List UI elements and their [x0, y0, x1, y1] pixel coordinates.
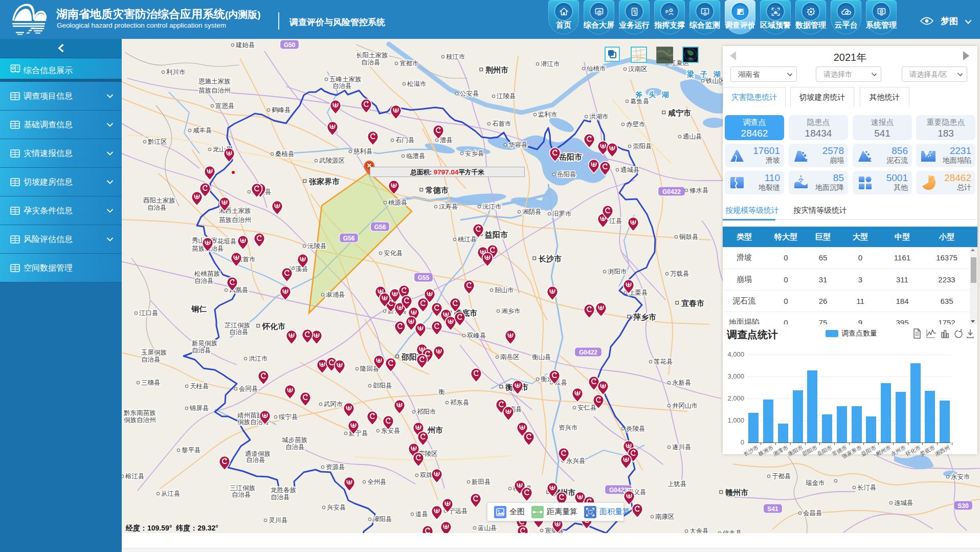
svg-text:G0422: G0422	[579, 349, 597, 356]
svg-text:灌阳县: 灌阳县	[373, 516, 392, 523]
svg-text:潜江市: 潜江市	[541, 60, 560, 68]
svg-text:溆浦县: 溆浦县	[325, 291, 345, 298]
svg-text:万载县: 万载县	[670, 270, 689, 277]
svg-text:玉屏侗族: 玉屏侗族	[141, 349, 167, 356]
svg-text:井冈山市: 井冈山市	[672, 402, 698, 409]
svg-text:石首市: 石首市	[492, 120, 511, 127]
svg-text:荆州市: 荆州市	[485, 65, 508, 74]
svg-text:安乡县: 安乡县	[465, 150, 484, 157]
svg-text:自治县: 自治县	[229, 328, 249, 336]
svg-text:桃江县: 桃江县	[458, 236, 477, 243]
svg-text:恩施土家族: 恩施土家族	[198, 78, 231, 85]
svg-text:永新县: 永新县	[672, 379, 692, 386]
svg-text:自治县: 自治县	[246, 456, 265, 463]
svg-text:自治县: 自治县	[271, 494, 290, 501]
svg-text:临澧县: 临澧县	[406, 152, 426, 160]
svg-text:黎平县: 黎平县	[182, 447, 201, 454]
svg-text:连城县: 连城县	[894, 499, 914, 506]
svg-text:汉南区: 汉南区	[628, 65, 648, 73]
svg-text:江陵县: 江陵县	[497, 93, 516, 100]
svg-text:双峰县: 双峰县	[467, 332, 486, 339]
svg-text:榕江县: 榕江县	[125, 473, 145, 480]
svg-text:修水县: 修水县	[689, 187, 709, 194]
svg-text:州市: 州市	[427, 426, 443, 434]
svg-text:新田县: 新田县	[472, 478, 491, 485]
svg-text:永安市: 永安市	[951, 473, 970, 480]
svg-text:自治县: 自治县	[141, 356, 161, 363]
svg-text:南岳区: 南岳区	[500, 354, 520, 361]
svg-text:大余县: 大余县	[689, 527, 709, 533]
svg-text:蓝山县: 蓝山县	[478, 524, 497, 532]
svg-text:湘乡市: 湘乡市	[501, 307, 521, 315]
svg-text:信丰县: 信丰县	[722, 529, 742, 533]
svg-text:咸宁市: 咸宁市	[667, 108, 691, 117]
svg-text:斧 头 湖: 斧 头 湖	[635, 91, 671, 99]
svg-text:遂川县: 遂川县	[672, 444, 692, 451]
svg-text:利川市: 利川市	[166, 69, 186, 76]
svg-text:岳阳市: 岳阳市	[559, 152, 582, 161]
svg-text:G0422: G0422	[662, 188, 681, 195]
svg-text:汉寿县: 汉寿县	[439, 203, 458, 210]
svg-text:S30: S30	[957, 502, 969, 510]
svg-text:嘉鱼县: 嘉鱼县	[630, 98, 650, 105]
svg-text:黔东南苗族: 黔东南苗族	[124, 409, 156, 416]
svg-text:会同县: 会同县	[239, 385, 258, 392]
svg-text:G55: G55	[418, 274, 430, 281]
svg-text:炎陵县: 炎陵县	[626, 425, 645, 432]
svg-text:松滋市: 松滋市	[407, 80, 427, 87]
svg-text:自治县: 自治县	[332, 82, 352, 90]
svg-text:通山县: 通山县	[683, 133, 702, 140]
svg-text:侗族自治州: 侗族自治州	[124, 416, 156, 424]
svg-text:武冈市: 武冈市	[323, 401, 343, 408]
svg-text:自治县: 自治县	[192, 347, 211, 354]
svg-text:黔江区: 黔江区	[148, 138, 167, 145]
svg-text:花垣县: 花垣县	[217, 238, 237, 245]
svg-text:赣州市: 赣州市	[725, 488, 748, 497]
svg-text:安化县: 安化县	[384, 250, 403, 257]
svg-text:张家界市: 张家界市	[309, 177, 340, 186]
svg-text:怀化市: 怀化市	[262, 322, 285, 330]
svg-text:上犹县: 上犹县	[667, 480, 687, 488]
svg-text:G56: G56	[343, 235, 355, 242]
svg-text:常德市: 常德市	[425, 186, 449, 194]
svg-text:资源县: 资源县	[326, 463, 345, 471]
svg-text:G56: G56	[374, 224, 386, 231]
svg-text:通城县: 通城县	[620, 166, 640, 173]
svg-text:韶山市: 韶山市	[494, 286, 514, 294]
svg-text:南康区: 南康区	[655, 513, 675, 520]
svg-text:自治县: 自治县	[285, 444, 305, 451]
svg-text:新晃侗族: 新晃侗族	[192, 340, 218, 347]
svg-text:祁东县: 祁东县	[450, 399, 470, 406]
svg-text:五峰土家族: 五峰土家族	[329, 76, 362, 83]
svg-text:灵川县: 灵川县	[269, 517, 288, 524]
svg-text:宜春市: 宜春市	[681, 299, 704, 307]
svg-text:邵阳县: 邵阳县	[373, 382, 392, 389]
svg-text:衡: 衡	[438, 388, 445, 395]
svg-text:鹤峰县: 鹤峰县	[272, 106, 291, 114]
svg-text:桑植县: 桑植县	[275, 150, 295, 158]
svg-text:城步苗族: 城步苗族	[282, 436, 308, 444]
svg-text:澧县: 澧县	[440, 137, 453, 144]
svg-text:岳阳县: 岳阳县	[557, 171, 576, 178]
svg-text:永兴县: 永兴县	[566, 457, 586, 465]
svg-text:苗族自治州: 苗族自治州	[198, 87, 231, 94]
svg-text:自治县: 自治县	[361, 59, 381, 66]
svg-text:道县: 道县	[415, 511, 428, 518]
svg-text:苗族自治州: 苗族自治州	[219, 216, 251, 224]
svg-text:浏阳市: 浏阳市	[607, 268, 627, 275]
svg-text:洪湖市: 洪湖市	[589, 113, 609, 120]
svg-text:会昌县: 会昌县	[803, 510, 822, 517]
svg-text:祁阳市: 祁阳市	[417, 408, 436, 415]
svg-text:松桃苗族: 松桃苗族	[194, 270, 220, 277]
svg-text:慈利县: 慈利县	[353, 148, 373, 155]
svg-text:S41: S41	[767, 505, 778, 513]
svg-text:自治县: 自治县	[232, 491, 251, 498]
svg-text:长汀县: 长汀县	[857, 484, 877, 491]
svg-text:赤壁市: 赤壁市	[626, 121, 645, 128]
svg-text:江口县: 江口县	[139, 310, 159, 317]
svg-text:自治县: 自治县	[194, 277, 214, 284]
svg-text:湘阴县: 湘阴县	[522, 208, 542, 215]
svg-text:瑞金市: 瑞金市	[806, 479, 825, 487]
svg-text:P: P	[665, 9, 669, 14]
svg-text:龙胜各族: 龙胜各族	[271, 487, 297, 494]
